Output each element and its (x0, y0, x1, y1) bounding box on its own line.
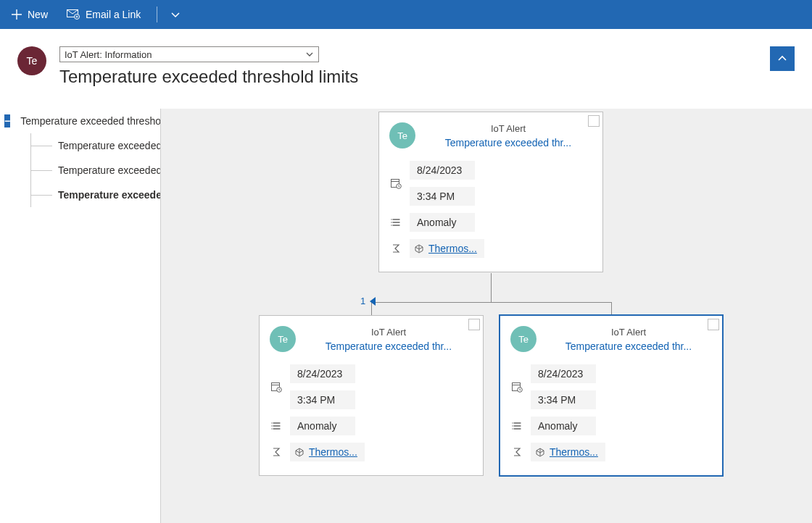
device-icon (294, 447, 304, 457)
card-date-field[interactable]: 8/24/2023 (531, 364, 596, 383)
card-device-link[interactable]: Thermos... (410, 239, 484, 258)
card-time-field[interactable]: 3:34 PM (531, 390, 596, 409)
page-title: Temperature exceeded threshold limits (59, 67, 795, 87)
email-link-label: Email a Link (86, 9, 141, 20)
card-rule-field[interactable]: Anomaly (531, 417, 596, 435)
tree-root-item[interactable]: − Temperature exceeded threshold limits (0, 109, 160, 133)
email-link-button[interactable]: Email a Link (62, 6, 145, 23)
collapse-left-icon[interactable] (370, 297, 376, 306)
new-label: New (28, 9, 48, 20)
form-selector-label: IoT Alert: Information (65, 49, 152, 60)
card-avatar: Te (389, 122, 415, 148)
card-entity-type: IoT Alert (545, 327, 712, 338)
calendar-icon (270, 381, 283, 393)
chevron-up-icon (776, 53, 788, 64)
card-entity-type: IoT Alert (424, 123, 592, 134)
tree-child-item[interactable]: Temperature exceeded threshold limits (0, 183, 160, 207)
card-rule-field[interactable]: Anomaly (410, 213, 475, 232)
card-title-link[interactable]: Temperature exceeded thr... (545, 340, 712, 352)
record-avatar-initials: Te (27, 55, 38, 67)
collapse-header-button[interactable] (770, 46, 795, 71)
card-date-field[interactable]: 8/24/2023 (410, 161, 475, 180)
connector-line (371, 302, 612, 303)
command-separator (157, 7, 157, 22)
command-overflow-button[interactable] (169, 7, 182, 22)
siblings-indicator: 1 (360, 296, 376, 306)
list-icon (389, 217, 402, 227)
card-device-link[interactable]: Thermos... (531, 443, 605, 461)
calendar-icon (510, 381, 523, 393)
card-rule-field[interactable]: Anomaly (290, 417, 355, 435)
hierarchy-card-parent[interactable]: Te IoT Alert Temperature exceeded thr...… (378, 112, 603, 272)
card-entity-type: IoT Alert (304, 327, 473, 338)
form-selector[interactable]: IoT Alert: Information (59, 46, 319, 62)
tree-child-label: Temperature exceeded threshold limits (58, 189, 160, 201)
device-icon (414, 243, 424, 254)
plus-icon (12, 9, 22, 20)
card-device-link[interactable]: Thermos... (290, 443, 365, 461)
hierarchy-card-child-selected[interactable]: Te IoT Alert Temperature exceeded thr...… (499, 314, 724, 477)
hierarchy-canvas[interactable]: 1 Te IoT Alert Temperature exceeded thr.… (161, 109, 812, 523)
card-title-link[interactable]: Temperature exceeded thr... (304, 340, 473, 352)
page-header: Te IoT Alert: Information Temperature ex… (0, 29, 812, 87)
chevron-down-icon (305, 50, 314, 59)
tree-root-label: Temperature exceeded threshold limits (20, 115, 160, 127)
tree-child-label: Temperature exceeded threshold limits (58, 164, 160, 176)
hierarchy-card-child[interactable]: Te IoT Alert Temperature exceeded thr...… (259, 315, 484, 476)
email-link-icon (67, 9, 80, 20)
calendar-icon (389, 177, 402, 189)
connector-line (611, 302, 612, 315)
command-bar: New Email a Link (0, 0, 812, 29)
card-title-link[interactable]: Temperature exceeded thr... (424, 137, 592, 148)
tree-child-label: Temperature exceeded threshold limits (58, 140, 160, 151)
list-icon (270, 421, 283, 431)
sigma-icon (510, 447, 523, 457)
chevron-down-icon (170, 9, 181, 20)
tree-child-item[interactable]: Temperature exceeded threshold limits (0, 133, 160, 158)
card-date-field[interactable]: 8/24/2023 (290, 364, 355, 383)
card-time-field[interactable]: 3:34 PM (290, 390, 355, 409)
sigma-icon (389, 243, 402, 254)
list-icon (510, 421, 523, 431)
tree-collapse-toggle[interactable]: − (4, 114, 10, 127)
card-avatar: Te (270, 326, 296, 352)
device-icon (535, 447, 545, 457)
hierarchy-tree: − Temperature exceeded threshold limits … (0, 109, 161, 523)
record-avatar: Te (17, 46, 46, 75)
sigma-icon (270, 447, 283, 457)
card-time-field[interactable]: 3:34 PM (410, 187, 475, 206)
tree-child-item[interactable]: Temperature exceeded threshold limits (0, 158, 160, 183)
card-avatar: Te (510, 326, 536, 352)
connector-line (491, 273, 492, 302)
new-button[interactable]: New (7, 6, 52, 23)
siblings-count: 1 (360, 296, 365, 306)
